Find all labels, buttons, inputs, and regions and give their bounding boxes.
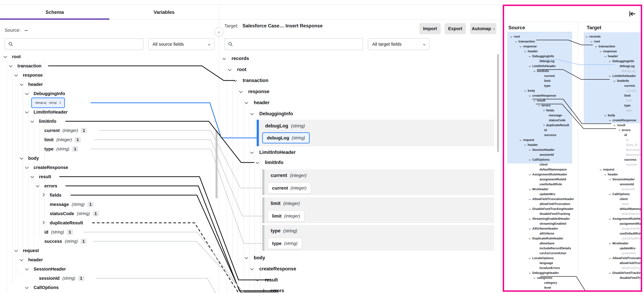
tree-row[interactable]: result [39,173,51,180]
minimap-row[interactable]: LimitInfoHeader [529,64,556,68]
chevron-down-icon[interactable] [20,156,23,160]
minimap-row[interactable]: sessionId [620,182,634,186]
tree-row[interactable]: statusCode(string)1 [50,210,99,217]
chevron-down-icon[interactable] [609,178,611,180]
chevron-down-icon[interactable] [609,60,611,62]
tree-row[interactable]: current(integer)1 [44,127,87,134]
chevron-right-icon[interactable] [41,221,45,224]
chevron-down-icon[interactable] [30,119,34,123]
tree-row[interactable]: body [28,155,39,162]
chevron-down-icon[interactable] [14,73,18,77]
tree-row[interactable]: response [248,88,270,95]
chevron-down-icon[interactable] [256,278,259,282]
chevron-down-icon[interactable] [515,40,517,42]
tree-row[interactable]: header [28,256,43,263]
tree-row[interactable]: createResponse [259,265,296,273]
minimap-row[interactable]: SessionHeader [609,177,635,181]
chevron-down-icon[interactable] [25,92,29,95]
chevron-down-icon[interactable] [529,188,531,190]
minimap-row[interactable]: disableFeedTracking [620,276,642,280]
chevron-right-icon[interactable] [618,129,620,131]
minimap-row[interactable]: AllowFieldTruncationHeader [609,256,642,260]
chevron-down-icon[interactable] [14,249,18,252]
chevron-down-icon[interactable] [529,55,531,57]
minimap-row[interactable]: transaction [515,39,535,43]
minimap-row[interactable]: debugLog [540,59,554,63]
source-viewport-indicator[interactable] [508,32,572,163]
minimap-row[interactable]: disableFeedTracking [540,212,570,216]
minimap-row[interactable]: limitInfo [534,69,549,73]
chevron-down-icon[interactable] [524,144,526,146]
chevron-down-icon[interactable] [520,45,522,47]
chevron-down-icon[interactable] [30,175,34,178]
chevron-down-icon[interactable] [256,161,259,164]
chevron-down-icon[interactable] [245,101,248,104]
minimap-row[interactable]: type [544,84,550,88]
minimap-row-source-echo[interactable]: client [622,202,629,206]
source-tree-scrollbar[interactable] [216,130,218,199]
chevron-down-icon[interactable] [609,242,611,244]
chevron-down-icon[interactable] [529,198,531,200]
minimap-row[interactable]: success [624,158,636,162]
minimap-row[interactable]: body [604,113,615,117]
tree-row[interactable]: CallOptions [34,284,59,291]
chevron-down-icon[interactable] [36,184,40,187]
minimap-row[interactable]: MruHeader [529,187,548,191]
chevron-down-icon[interactable] [529,95,531,97]
chevron-down-icon[interactable] [510,35,512,37]
minimap-row[interactable]: allowFieldTruncation [540,202,570,206]
minimap-row[interactable]: statusCode [549,118,566,122]
minimap-row[interactable]: DebuggingHeader [529,271,559,275]
chevron-down-icon[interactable] [534,70,536,72]
chevron-down-icon[interactable] [529,208,531,210]
minimap-row[interactable]: response [600,49,617,53]
tree-row[interactable]: limit(integer)1 [44,136,81,143]
minimap-row-source-echo[interactable]: sessionId [622,187,634,191]
minimap-row[interactable]: client [620,197,628,201]
tree-row[interactable]: type(string) [271,227,297,235]
target-tree-scrollbar[interactable] [497,54,499,152]
chevron-down-icon[interactable] [529,257,531,259]
minimap-row-source-echo[interactable]: debugLog [622,69,635,73]
chevron-down-icon[interactable] [25,286,29,289]
chevron-down-icon[interactable] [609,119,611,121]
minimap-row[interactable]: DebuggingInfo [609,59,634,63]
chevron-down-icon[interactable] [600,169,602,171]
minimap-row[interactable]: header [604,172,618,176]
chevron-down-icon[interactable] [25,110,29,114]
tree-row[interactable]: root [12,53,21,60]
minimap-row[interactable]: streamingEnabled [540,222,566,226]
minimap-row[interactable]: type [624,103,630,107]
minimap-row[interactable]: root [591,39,600,43]
chevron-down-icon[interactable] [20,82,23,86]
tree-row[interactable]: limitInfo [265,159,284,166]
minimap-row[interactable]: allOrNone [540,232,554,236]
chevron-right-icon[interactable] [261,289,265,292]
minimap-row-source-echo[interactable]: $Jira_ID [626,143,638,147]
minimap-row[interactable]: root [510,34,520,38]
minimap-row[interactable]: allowSave [540,241,554,245]
tree-row[interactable]: current(integer) [271,172,306,179]
chevron-right-icon[interactable] [542,124,545,126]
minimap-row[interactable]: header [604,54,618,58]
minimap-row-source-echo[interactable]: $successCou [626,148,642,152]
tree-row[interactable]: debugLog(string) [265,122,305,130]
minimap-row[interactable]: header [524,49,538,53]
tree-row[interactable]: id(string)1 [44,229,73,236]
minimap-row[interactable]: localizeErrors [540,266,560,270]
minimap-row[interactable]: header [524,143,538,147]
minimap-row[interactable]: updateMru [620,246,635,250]
minimap-row[interactable]: AllOrNoneHeader [529,227,558,231]
minimap-row[interactable]: limit [544,79,550,83]
chevron-down-icon[interactable] [524,90,526,92]
chevron-down-icon[interactable] [228,67,232,71]
minimap-row[interactable]: errors [538,103,550,107]
tree-row[interactable]: header [28,81,43,88]
chevron-down-icon[interactable] [250,150,254,154]
tree-row[interactable]: request [23,247,39,254]
minimap-row[interactable]: useDefaultRule [540,182,562,186]
minimap-row[interactable]: sessionId [540,153,554,157]
minimap-row[interactable]: id [544,128,547,132]
chevron-down-icon[interactable] [529,238,531,240]
chevron-down-icon[interactable] [604,114,606,116]
